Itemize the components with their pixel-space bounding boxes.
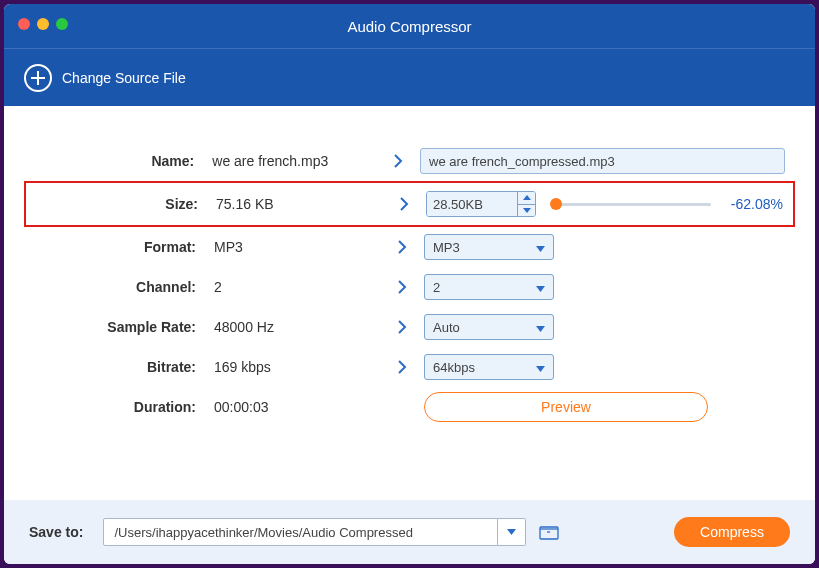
row-channel: Channel: 2 2 [24,267,795,307]
minimize-icon[interactable] [37,18,49,30]
label-bitrate: Bitrate: [34,359,204,375]
source-sample-rate: 48000 Hz [204,319,379,335]
close-icon[interactable] [18,18,30,30]
save-path-dropdown[interactable] [498,518,526,546]
row-size: Size: 75.16 KB 28.50KB -62.08% [24,181,795,227]
target-size-stepper[interactable]: 28.50KB [426,191,536,217]
label-name: Name: [34,153,202,169]
window-title: Audio Compressor [4,18,815,35]
source-channel: 2 [204,279,379,295]
output-filename-input[interactable] [420,148,785,174]
arrow-icon [379,359,424,375]
row-sample-rate: Sample Rate: 48000 Hz Auto [24,307,795,347]
titlebar: Audio Compressor [4,4,815,48]
arrow-icon [381,196,426,212]
chevron-down-icon [536,280,545,295]
zoom-icon[interactable] [56,18,68,30]
source-duration: 00:00:03 [204,399,379,415]
label-size: Size: [36,196,206,212]
arrow-icon [379,279,424,295]
change-source-button[interactable]: Change Source File [62,70,186,86]
preview-button[interactable]: Preview [424,392,708,422]
source-size: 75.16 KB [206,196,381,212]
label-sample-rate: Sample Rate: [34,319,204,335]
row-bitrate: Bitrate: 169 kbps 64kbps [24,347,795,387]
stepper-up-icon[interactable] [518,192,535,205]
compress-button[interactable]: Compress [674,517,790,547]
row-name: Name: we are french.mp3 [24,141,795,181]
format-select-value: MP3 [433,240,460,255]
bitrate-select[interactable]: 64kbps [424,354,554,380]
label-format: Format: [34,239,204,255]
format-select[interactable]: MP3 [424,234,554,260]
channel-select-value: 2 [433,280,440,295]
chevron-down-icon [536,240,545,255]
sample-rate-select[interactable]: Auto [424,314,554,340]
app-window: Audio Compressor Change Source File Name… [4,4,815,564]
plus-icon[interactable] [24,64,52,92]
source-format: MP3 [204,239,379,255]
chevron-down-icon [536,360,545,375]
label-channel: Channel: [34,279,204,295]
footer: Save to: /Users/ihappyacethinker/Movies/… [4,500,815,564]
slider-track[interactable] [556,203,711,206]
arrow-icon [375,153,420,169]
target-size-value: 28.50KB [427,192,517,216]
open-folder-button[interactable] [536,520,562,544]
label-duration: Duration: [34,399,204,415]
chevron-down-icon [536,320,545,335]
bitrate-select-value: 64kbps [433,360,475,375]
content-area: Name: we are french.mp3 Size: 75.16 KB 2… [4,106,815,500]
row-format: Format: MP3 MP3 [24,227,795,267]
size-reduction-percent: -62.08% [723,196,783,212]
window-controls [18,18,68,30]
saveto-label: Save to: [29,524,83,540]
size-slider[interactable]: -62.08% [556,196,783,212]
sample-rate-select-value: Auto [433,320,460,335]
row-duration: Duration: 00:00:03 Preview [24,387,795,427]
arrow-icon [379,239,424,255]
slider-thumb[interactable] [550,198,562,210]
arrow-icon [379,319,424,335]
save-path-group: /Users/ihappyacethinker/Movies/Audio Com… [103,518,562,546]
source-name: we are french.mp3 [202,153,375,169]
stepper-down-icon[interactable] [518,205,535,217]
source-bitrate: 169 kbps [204,359,379,375]
save-path-field[interactable]: /Users/ihappyacethinker/Movies/Audio Com… [103,518,498,546]
channel-select[interactable]: 2 [424,274,554,300]
toolbar: Change Source File [4,48,815,106]
